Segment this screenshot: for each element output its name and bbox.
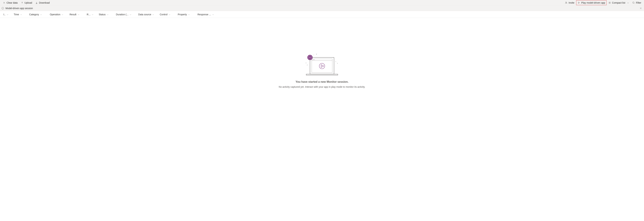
column-status-label: Status <box>99 13 106 16</box>
upload-icon <box>21 1 24 4</box>
session-title: Model-driven app session <box>6 7 33 10</box>
play-app-button[interactable]: Play model-driven app <box>576 0 606 5</box>
empty-state-title: You have started a new Monitor session. <box>296 80 348 83</box>
column-id[interactable]: I.. <box>2 13 12 16</box>
chevron-down-icon <box>188 14 190 16</box>
svg-point-1 <box>633 2 634 3</box>
column-category[interactable]: Category <box>28 13 48 16</box>
session-bar: Model-driven app session <box>0 6 644 11</box>
svg-rect-5 <box>312 59 332 73</box>
upload-button[interactable]: Upload <box>20 0 34 5</box>
download-button[interactable]: Download <box>34 0 51 5</box>
svg-point-8 <box>313 60 314 60</box>
svg-point-7 <box>312 60 313 60</box>
column-category-label: Category <box>29 13 39 16</box>
empty-state-subtitle: No activity captured yet. Interact with … <box>279 86 365 88</box>
chevron-down-icon <box>168 14 170 16</box>
clear-data-button[interactable]: Clear data <box>1 0 19 5</box>
filter-label: Filter <box>636 1 641 4</box>
svg-rect-3 <box>306 74 338 75</box>
toolbar-left-group: Clear data Upload Download <box>1 0 51 5</box>
person-add-icon <box>565 1 568 4</box>
chevron-down-icon <box>61 14 63 16</box>
column-status[interactable]: Status <box>97 13 114 16</box>
content-area: I.. Time Category Operation Result R... … <box>0 11 644 88</box>
column-r[interactable]: R... <box>85 13 97 16</box>
column-duration-label: Duration (... <box>116 13 128 16</box>
column-operation[interactable]: Operation <box>48 13 68 16</box>
toolbar-right-group: Invite Play model-driven app Compact lis… <box>564 0 643 5</box>
session-info: Model-driven app session <box>1 7 33 10</box>
info-icon <box>1 7 4 10</box>
column-property-label: Property <box>178 13 187 16</box>
column-response-label: Response ... <box>198 13 211 16</box>
column-result-label: Result <box>70 13 76 16</box>
play-app-label: Play model-driven app <box>581 1 605 4</box>
chevron-down-icon <box>107 14 109 16</box>
filter-button[interactable]: Filter <box>631 0 643 5</box>
close-session-button[interactable] <box>639 6 643 10</box>
chevron-down-icon <box>152 14 154 16</box>
top-toolbar: Clear data Upload Download Invite P <box>0 0 644 6</box>
column-response[interactable]: Response ... <box>196 13 218 16</box>
close-icon <box>3 1 6 4</box>
compact-list-label: Compact list <box>612 1 625 4</box>
chevron-down-icon <box>627 2 629 4</box>
download-icon <box>35 1 38 4</box>
chevron-down-icon <box>130 14 132 16</box>
chevron-down-icon <box>92 14 94 16</box>
search-icon <box>632 1 635 4</box>
column-result[interactable]: Result <box>68 13 85 16</box>
column-r-label: R... <box>87 13 90 16</box>
column-property[interactable]: Property <box>176 13 196 16</box>
chevron-down-icon <box>6 14 8 16</box>
empty-illustration <box>303 52 341 77</box>
chevron-down-icon <box>20 14 22 16</box>
column-data-source-label: Data source <box>138 13 151 16</box>
chevron-down-icon <box>40 14 42 16</box>
column-control[interactable]: Control <box>158 13 176 16</box>
table-header: I.. Time Category Operation Result R... … <box>0 11 644 18</box>
svg-point-9 <box>314 60 314 60</box>
upload-label: Upload <box>24 1 32 4</box>
chevron-down-icon <box>212 14 214 16</box>
column-time[interactable]: Time <box>12 13 28 16</box>
clear-data-label: Clear data <box>6 1 18 4</box>
column-duration[interactable]: Duration (... <box>114 13 136 16</box>
invite-button[interactable]: Invite <box>564 0 576 5</box>
download-label: Download <box>39 1 50 4</box>
list-icon <box>608 1 611 4</box>
play-icon <box>578 1 580 4</box>
column-time-label: Time <box>14 13 19 16</box>
column-control-label: Control <box>160 13 168 16</box>
invite-label: Invite <box>568 1 574 4</box>
svg-rect-4 <box>310 58 334 74</box>
empty-state: You have started a new Monitor session. … <box>2 18 642 88</box>
chevron-down-icon <box>78 14 80 16</box>
svg-point-0 <box>566 2 566 3</box>
column-data-source[interactable]: Data source <box>136 13 158 16</box>
compact-list-button[interactable]: Compact list <box>607 0 630 5</box>
column-operation-label: Operation <box>50 13 60 16</box>
column-id-label: I.. <box>4 13 6 16</box>
